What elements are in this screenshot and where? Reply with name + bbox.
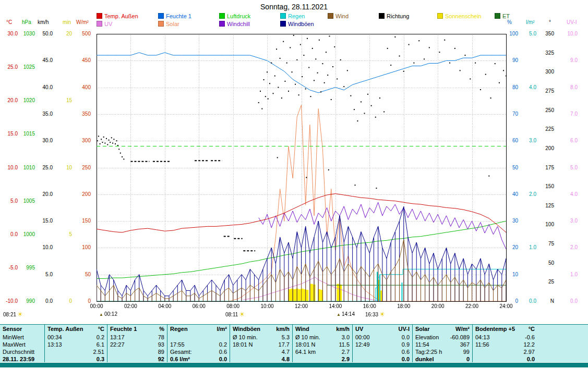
cell-value: -60.089 (450, 334, 470, 341)
chart-canvas (0, 0, 588, 323)
column-title: Windböen (233, 325, 260, 334)
table-column-bodentemp-5: Bodentemp +5°C04:13-0.611:5612.22.970.0 (472, 325, 588, 362)
cell-value: 92 (158, 355, 164, 362)
summary-table: SensorMinWertMaxWertDurchschnitt28.11. 2… (0, 324, 588, 362)
cell-value: 0.0 (219, 355, 227, 362)
cell-value: 0.2 (219, 341, 227, 348)
table-cell: 12:490.9 (353, 341, 412, 348)
cell-value: 5.3 (282, 334, 290, 341)
column-unit: % (159, 325, 164, 334)
cell-value: 0.2 (97, 334, 104, 341)
table-cell (167, 334, 230, 341)
table-cell: Elevation-60.089 (413, 334, 472, 341)
table-cell: 4.7 (230, 348, 292, 355)
column-title: Feuchte 1 (110, 325, 137, 334)
cell-value: 2.9 (342, 355, 350, 362)
column-unit: °C (529, 325, 535, 334)
cell-label: 11:54 (415, 341, 429, 348)
table-cell: 2.51 (45, 348, 107, 355)
table-header-bodentemp-5: Bodentemp +5°C (473, 325, 588, 334)
x-axis-tick: 02:00 (119, 304, 142, 309)
x-axis-tick: 18:00 (392, 304, 415, 309)
table-cell: Gesamt:0.6 (167, 348, 230, 355)
table-column-regen: Regenl/m²17:550.2Gesamt:0.60.6 l/m²0.0 (167, 325, 230, 362)
x-axis-tick: 04:00 (153, 304, 176, 309)
table-header-windb-en: Windböenkm/h (230, 325, 292, 334)
cell-value: 0.9 (402, 341, 410, 348)
cell-value: 78 (158, 334, 164, 341)
column-title: Temp. Außen (47, 325, 83, 334)
marker-08-11: 08:11☀ (225, 311, 245, 318)
rise-set-triangle-icon: ▲ (337, 312, 341, 317)
marker-00-12: ▲00:12 (99, 311, 117, 318)
cell-label: Elevation (415, 334, 439, 341)
table-cell: 17:550.2 (167, 341, 230, 348)
row-label: MaxWert (3, 341, 26, 348)
table-column-wind: Windkm/hØ 10 min.3.018:01 N11.564.1 km2.… (292, 325, 352, 362)
cell-value: 3.0 (342, 334, 350, 341)
cell-value: 0.3 (97, 355, 104, 362)
x-axis-tick: 22:00 (461, 304, 484, 309)
cell-label: 12:49 (355, 341, 370, 348)
table-cell: 11:5612.2 (473, 341, 588, 348)
cell-label: Tag:2:25 h (415, 348, 442, 355)
column-unit: °C (98, 325, 104, 334)
table-header-label: Sensor (3, 325, 22, 334)
table-column-feuchte-1: Feuchte 1%13:177822:27938992 (107, 325, 167, 362)
column-title: Solar (415, 325, 430, 334)
rise-set-triangle-icon: ▲ (99, 312, 103, 317)
column-unit: km/h (336, 325, 350, 334)
table-header-uv: UVUV-I (353, 325, 412, 334)
cell-value: 4.7 (282, 348, 290, 355)
marker-14-14: ▲14:14 (337, 311, 355, 318)
table-cell: Ø 10 min.3.0 (293, 334, 352, 341)
table-cell: 13:1778 (107, 334, 167, 341)
cell-value: 6.1 (97, 341, 104, 348)
cell-value: 12.2 (524, 341, 535, 348)
table-bottom-strip (0, 363, 588, 367)
table-column-solar: SolarW/m²Elevation-60.08911:54367Tag:2:2… (412, 325, 472, 362)
column-unit: W/m² (455, 325, 470, 334)
table-cell: 00:340.2 (45, 334, 107, 341)
column-title: Regen (170, 325, 188, 334)
marker-08-21: 08:21☀ (3, 311, 23, 318)
row-label: 28.11. 23:59 (3, 355, 34, 362)
sun-icon: ☀ (239, 311, 245, 318)
cell-label: 13:13 (47, 341, 62, 348)
cell-label: 00:34 (47, 334, 62, 341)
cell-value: 2.7 (342, 348, 350, 355)
cell-label: 11:56 (475, 341, 489, 348)
cell-value: 93 (158, 341, 164, 348)
table-cell: 89 (107, 348, 167, 355)
table-cell: 0.6 (353, 348, 412, 355)
cell-label: 18:01 N (295, 341, 316, 348)
x-axis-tick: 24:00 (495, 304, 518, 309)
cell-label: 17:55 (170, 341, 185, 348)
table-header-feuchte-1: Feuchte 1% (107, 325, 167, 334)
table-cell: 04:13-0.6 (473, 334, 588, 341)
cell-label: 04:13 (475, 334, 490, 341)
cell-label: Gesamt: (170, 348, 192, 355)
cell-value: 0.0 (527, 355, 535, 362)
table-cell: Tag:2:25 h99 (413, 348, 472, 355)
sun-icon: ☀ (17, 311, 23, 318)
column-unit: UV-I (399, 325, 410, 334)
marker-time: 00:12 (104, 311, 117, 317)
cell-value: 2.97 (524, 348, 535, 355)
table-row-label: Durchschnitt (0, 348, 44, 355)
cell-value: 0 (466, 355, 470, 362)
cell-label: 13:17 (110, 334, 125, 341)
x-axis-tick: 10:00 (256, 304, 279, 309)
cell-label: Ø 10 min. (295, 334, 320, 341)
cell-label: 64.1 km (295, 348, 316, 355)
x-axis-tick: 08:00 (222, 304, 245, 309)
table-row-label: 28.11. 23:59 (0, 355, 44, 362)
table-cell: 0.0 (473, 355, 588, 362)
table-row-label: MaxWert (0, 341, 44, 348)
table-column-sensor: SensorMinWertMaxWertDurchschnitt28.11. 2… (0, 325, 44, 362)
table-cell: 64.1 km2.7 (293, 348, 352, 355)
table-header-sensor: Sensor (0, 325, 44, 334)
table-column-uv: UVUV-I00:000.012:490.90.60.0 (352, 325, 412, 362)
table-cell: 18:01 N11.5 (293, 341, 352, 348)
cell-value: 0.0 (402, 334, 410, 341)
